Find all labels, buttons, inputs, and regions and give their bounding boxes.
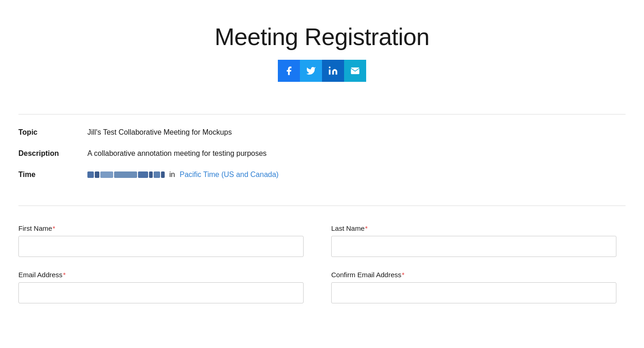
time-value: in Pacific Time (US and Canada) <box>87 171 279 179</box>
time-block-2 <box>95 171 99 178</box>
svg-rect-0 <box>329 69 331 74</box>
topic-label: Topic <box>18 128 87 137</box>
linkedin-share-button[interactable] <box>322 60 344 82</box>
topic-row: Topic Jill's Test Collaborative Meeting … <box>18 128 626 137</box>
time-in-text: in <box>169 171 175 179</box>
meeting-info: Topic Jill's Test Collaborative Meeting … <box>18 119 626 201</box>
time-block-8 <box>161 171 165 178</box>
last-name-required: * <box>365 224 368 232</box>
email-input[interactable] <box>18 282 304 303</box>
last-name-label: Last Name* <box>331 224 616 232</box>
topic-value: Jill's Test Collaborative Meeting for Mo… <box>87 128 232 137</box>
bottom-divider <box>18 205 626 206</box>
confirm-email-label: Confirm Email Address* <box>331 271 616 279</box>
page-title: Meeting Registration <box>18 23 626 51</box>
description-label: Description <box>18 149 87 158</box>
top-divider <box>18 114 626 114</box>
linkedin-icon <box>328 66 338 76</box>
time-block-5 <box>138 171 148 178</box>
twitter-icon <box>306 66 316 76</box>
registration-form: First Name* Last Name* Email Address* Co… <box>18 211 626 317</box>
last-name-input[interactable] <box>331 236 616 257</box>
facebook-share-button[interactable] <box>278 60 300 82</box>
time-block-7 <box>154 171 160 178</box>
first-name-label: First Name* <box>18 224 304 232</box>
timezone-link[interactable]: Pacific Time (US and Canada) <box>179 171 278 179</box>
page-container: Meeting Registration <box>0 0 644 331</box>
time-block-1 <box>87 171 94 178</box>
description-row: Description A collaborative annotation m… <box>18 149 626 158</box>
email-required: * <box>63 271 66 279</box>
email-icon <box>350 66 360 76</box>
time-block-3 <box>100 171 113 178</box>
first-name-input[interactable] <box>18 236 304 257</box>
form-grid: First Name* Last Name* Email Address* Co… <box>18 224 616 303</box>
time-redacted <box>87 171 165 178</box>
first-name-required: * <box>52 224 55 232</box>
confirm-email-input[interactable] <box>331 282 616 303</box>
twitter-share-button[interactable] <box>300 60 322 82</box>
email-group: Email Address* <box>18 271 304 303</box>
time-block-4 <box>114 171 137 178</box>
confirm-email-required: * <box>402 271 405 279</box>
svg-point-1 <box>329 67 331 68</box>
email-share-button[interactable] <box>344 60 366 82</box>
time-label: Time <box>18 171 87 179</box>
description-value: A collaborative annotation meeting for t… <box>87 149 267 158</box>
last-name-group: Last Name* <box>331 224 616 257</box>
facebook-icon <box>284 66 294 76</box>
email-label: Email Address* <box>18 271 304 279</box>
time-row: Time in Pacific Time (US and Canada) <box>18 171 626 179</box>
confirm-email-group: Confirm Email Address* <box>331 271 616 303</box>
time-block-6 <box>149 171 153 178</box>
first-name-group: First Name* <box>18 224 304 257</box>
social-icons-container <box>18 60 626 82</box>
header: Meeting Registration <box>18 14 626 109</box>
